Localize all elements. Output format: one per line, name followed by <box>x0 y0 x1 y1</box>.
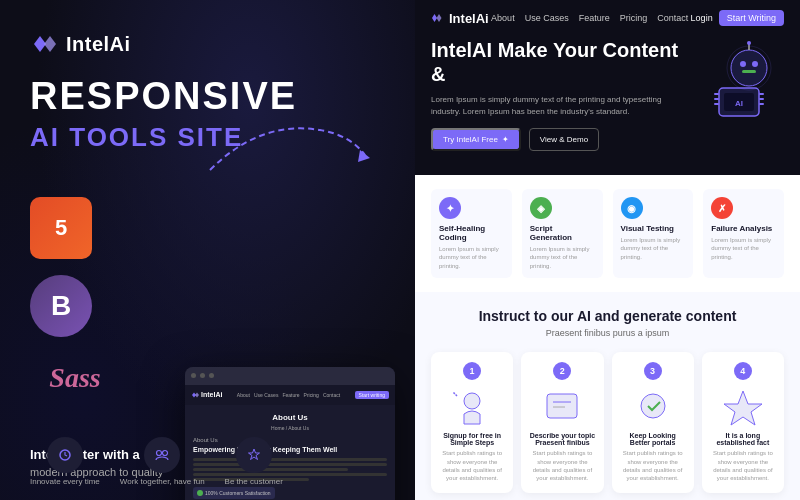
login-button[interactable]: Login <box>691 13 713 23</box>
right-nav-actions: Login Start Writing <box>691 10 784 26</box>
bootstrap-badge: B <box>30 275 92 337</box>
start-writing-button[interactable]: Start Writing <box>719 10 784 26</box>
svg-point-25 <box>641 394 665 418</box>
svg-rect-14 <box>714 98 719 100</box>
step-card-4: 4 It is a long established fact Start pu… <box>702 352 784 493</box>
mini-page-title: About Us <box>193 413 387 422</box>
feature-desc-1: Lorem Ipsum is simply dummy text of the … <box>530 245 595 270</box>
how-it-works-section: Instruct to our AI and generate content … <box>415 292 800 500</box>
step-illustration-2 <box>537 386 587 426</box>
feature-card-0: ✦ Self-Healing Coding Lorem Ipsum is sim… <box>431 189 512 278</box>
svg-rect-18 <box>759 103 764 105</box>
svg-point-5 <box>740 61 746 67</box>
mini-browser-bar <box>185 367 395 385</box>
hero-title: IntelAI Make Your Content & <box>431 38 684 86</box>
features-grid: ✦ Self-Healing Coding Lorem Ipsum is sim… <box>415 175 800 292</box>
step-desc-1: Start publish ratings to show everyone t… <box>439 449 505 483</box>
steps-grid: 1 Signup for free in Simple Steps Start … <box>431 352 784 493</box>
view-demo-button[interactable]: View & Demo <box>529 128 599 151</box>
feature-title-0: Self-Healing Coding <box>439 224 504 242</box>
step-title-2: Describe your topic Praesent finibus <box>529 432 595 446</box>
svg-marker-26 <box>724 391 762 425</box>
svg-point-3 <box>163 451 168 456</box>
mini-dot-1 <box>191 373 196 378</box>
left-panel: IntelAi RESPONSIVE AI TOOLS SITE 5 B Sas… <box>0 0 415 500</box>
bottom-icons-row: Innovate every time Work together, have … <box>30 437 405 486</box>
hero-description: Lorem Ipsum is simply dummy text of the … <box>431 94 684 118</box>
step-title-1: Signup for free in Simple Steps <box>439 432 505 446</box>
step-number-1: 1 <box>463 362 481 380</box>
badges-column: 5 B Sass <box>30 197 120 403</box>
step-card-2: 2 Describe your topic Praesent finibus S… <box>521 352 603 493</box>
feature-card-2: ◉ Visual Testing Lorem Ipsum is simply d… <box>613 189 694 278</box>
right-nav-logo: IntelAi <box>431 11 489 26</box>
feature-title-2: Visual Testing <box>621 224 686 233</box>
right-top-section: IntelAi About Use Cases Feature Pricing … <box>415 0 800 175</box>
svg-text:AI: AI <box>735 99 743 108</box>
step-title-4: It is a long established fact <box>710 432 776 446</box>
mini-nav-logo: IntelAi <box>191 391 222 399</box>
feature-card-1: ◈ Script Generation Lorem Ipsum is simpl… <box>522 189 603 278</box>
step-title-3: Keep Looking Better portals <box>620 432 686 446</box>
right-hero-text: IntelAI Make Your Content & Lorem Ipsum … <box>431 38 684 151</box>
svg-point-2 <box>157 451 162 456</box>
try-intelai-button[interactable]: Try IntelAI Free ✦ <box>431 128 521 151</box>
svg-rect-13 <box>714 93 719 95</box>
step-number-3: 3 <box>644 362 662 380</box>
mini-breadcrumb: Home / About Us <box>193 425 387 431</box>
feature-title-1: Script Generation <box>530 224 595 242</box>
step-desc-4: Start publish ratings to show everyone t… <box>710 449 776 483</box>
svg-rect-7 <box>742 70 756 73</box>
bottom-icon-work: Work together, have fun <box>120 437 205 486</box>
svg-point-20 <box>464 393 480 409</box>
bottom-icon-customer: Be the customer <box>225 437 283 486</box>
step-card-1: 1 Signup for free in Simple Steps Start … <box>431 352 513 493</box>
svg-point-9 <box>747 41 751 45</box>
feature-icon-2: ◉ <box>621 197 643 219</box>
right-hero: IntelAI Make Your Content & Lorem Ipsum … <box>431 38 784 151</box>
step-number-4: 4 <box>734 362 752 380</box>
svg-rect-17 <box>759 98 764 100</box>
mini-start-writing-btn[interactable]: Start writing <box>355 391 389 399</box>
step-desc-3: Start publish ratings to show everyone t… <box>620 449 686 483</box>
right-nav-links: About Use Cases Feature Pricing Contact <box>491 13 688 23</box>
main-title: RESPONSIVE <box>30 76 385 118</box>
feature-icon-3: ✗ <box>711 197 733 219</box>
how-it-works-title: Instruct to our AI and generate content <box>431 308 784 324</box>
brand-name: IntelAi <box>66 33 131 56</box>
svg-point-4 <box>731 50 767 86</box>
hero-buttons: Try IntelAI Free ✦ View & Demo <box>431 128 684 151</box>
bottom-icon-innovate: Innovate every time <box>30 437 100 486</box>
how-it-works-subtitle: Praesent finibus purus a ipsum <box>431 328 784 338</box>
feature-desc-0: Lorem Ipsum is simply dummy text of the … <box>439 245 504 270</box>
step-illustration-1 <box>447 386 497 426</box>
mini-nav: IntelAi About Use Cases Feature Pricing … <box>185 385 395 405</box>
logo-icon <box>30 30 58 58</box>
html5-badge: 5 <box>30 197 92 259</box>
svg-rect-15 <box>714 103 719 105</box>
feature-desc-2: Lorem Ipsum is simply dummy text of the … <box>621 236 686 261</box>
mini-badge-row: 100% Customers Satisfaction <box>193 487 387 499</box>
right-panel: IntelAi About Use Cases Feature Pricing … <box>415 0 800 500</box>
step-card-3: 3 Keep Looking Better portals Start publ… <box>612 352 694 493</box>
svg-line-21 <box>453 392 457 396</box>
mini-nav-links: About Use Cases Feature Pricing Contact <box>237 392 340 398</box>
sass-badge: Sass <box>30 353 120 403</box>
svg-rect-22 <box>547 394 577 418</box>
robot-illustration: AI <box>694 38 784 118</box>
svg-point-6 <box>752 61 758 67</box>
mini-dot-2 <box>200 373 205 378</box>
sub-title: AI TOOLS SITE <box>30 122 385 153</box>
right-nav: IntelAi About Use Cases Feature Pricing … <box>431 10 784 26</box>
feature-icon-1: ◈ <box>530 197 552 219</box>
step-illustration-4 <box>718 386 768 426</box>
step-number-2: 2 <box>553 362 571 380</box>
feature-desc-3: Lorem Ipsum is simply dummy text of the … <box>711 236 776 261</box>
mini-dot-3 <box>209 373 214 378</box>
feature-card-3: ✗ Failure Analysis Lorem Ipsum is simply… <box>703 189 784 278</box>
feature-icon-0: ✦ <box>439 197 461 219</box>
feature-title-3: Failure Analysis <box>711 224 776 233</box>
svg-rect-16 <box>759 93 764 95</box>
mini-badge-1: 100% Customers Satisfaction <box>193 487 275 499</box>
brand-logo: IntelAi <box>30 30 385 58</box>
